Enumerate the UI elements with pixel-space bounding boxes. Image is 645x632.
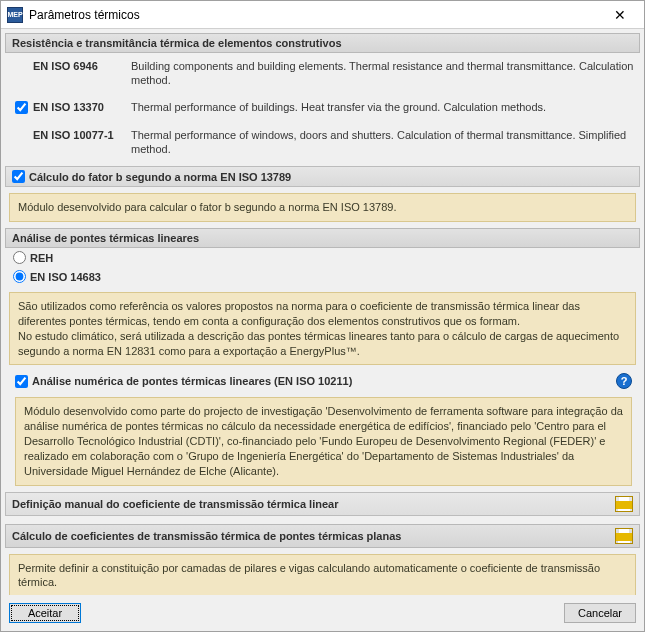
print-icon[interactable]	[615, 496, 633, 512]
checkbox-numeric-analysis[interactable]	[15, 375, 28, 388]
label-en-iso-13370: EN ISO 13370	[33, 100, 131, 113]
factor-b-header: Cálculo do fator b segundo a norma EN IS…	[5, 166, 640, 187]
numeric-analysis-row: Análise numérica de pontes térmicas line…	[5, 369, 640, 391]
manual-definition-header: Definição manual do coeficiente de trans…	[5, 492, 640, 516]
desc-en-iso-10077-1: Thermal performance of windows, doors an…	[131, 128, 636, 157]
row-en-iso-6946: EN ISO 6946 Building components and buil…	[5, 53, 640, 94]
desc-en-iso-13370: Thermal performance of buildings. Heat t…	[131, 100, 636, 114]
checkbox-en-iso-13370[interactable]	[15, 101, 28, 114]
numeric-analysis-label: Análise numérica de pontes térmicas line…	[32, 375, 352, 387]
close-button[interactable]: ✕	[600, 2, 640, 28]
section-resistance-title: Resistência e transmitância térmica de e…	[12, 37, 342, 49]
numeric-analysis-note: Módulo desenvolvido como parte do projec…	[15, 397, 632, 485]
radio-row-reh: REH	[5, 248, 640, 267]
button-bar: Aceitar Cancelar	[1, 595, 644, 631]
radio-reh-label: REH	[30, 252, 53, 264]
radio-eniso14683-label: EN ISO 14683	[30, 271, 101, 283]
row-en-iso-13370: EN ISO 13370 Thermal performance of buil…	[5, 94, 640, 122]
section-linear-bridges-header: Análise de pontes térmicas lineares	[5, 228, 640, 248]
titlebar: MEP Parâmetros térmicos ✕	[1, 1, 644, 29]
app-icon: MEP	[7, 7, 23, 23]
radio-reh[interactable]	[13, 251, 26, 264]
accept-button[interactable]: Aceitar	[9, 603, 81, 623]
factor-b-label: Cálculo do fator b segundo a norma EN IS…	[29, 171, 291, 183]
dialog-content: Resistência e transmitância térmica de e…	[1, 29, 644, 595]
radio-row-eniso14683: EN ISO 14683	[5, 267, 640, 286]
linear-bridges-note: São utilizados como referência os valore…	[9, 292, 636, 365]
window-title: Parâmetros térmicos	[29, 8, 600, 22]
desc-en-iso-6946: Building components and building element…	[131, 59, 636, 88]
section-planar-bridges-title: Cálculo de coeficientes de transmissão t…	[12, 530, 401, 542]
checkbox-factor-b[interactable]	[12, 170, 25, 183]
manual-definition-label: Definição manual do coeficiente de trans…	[12, 498, 338, 510]
planar-bridges-note: Permite definir a constituição por camad…	[9, 554, 636, 595]
section-resistance-header: Resistência e transmitância térmica de e…	[5, 33, 640, 53]
row-en-iso-10077-1: EN ISO 10077-1 Thermal performance of wi…	[5, 122, 640, 163]
dialog-window: MEP Parâmetros térmicos ✕ Resistência e …	[0, 0, 645, 632]
section-planar-bridges-header: Cálculo de coeficientes de transmissão t…	[5, 524, 640, 548]
print-icon-2[interactable]	[615, 528, 633, 544]
help-icon[interactable]: ?	[616, 373, 632, 389]
radio-eniso14683[interactable]	[13, 270, 26, 283]
section-linear-bridges-title: Análise de pontes térmicas lineares	[12, 232, 199, 244]
cancel-button[interactable]: Cancelar	[564, 603, 636, 623]
label-en-iso-10077-1: EN ISO 10077-1	[33, 128, 131, 141]
label-en-iso-6946: EN ISO 6946	[33, 59, 131, 72]
factor-b-note: Módulo desenvolvido para calcular o fato…	[9, 193, 636, 222]
